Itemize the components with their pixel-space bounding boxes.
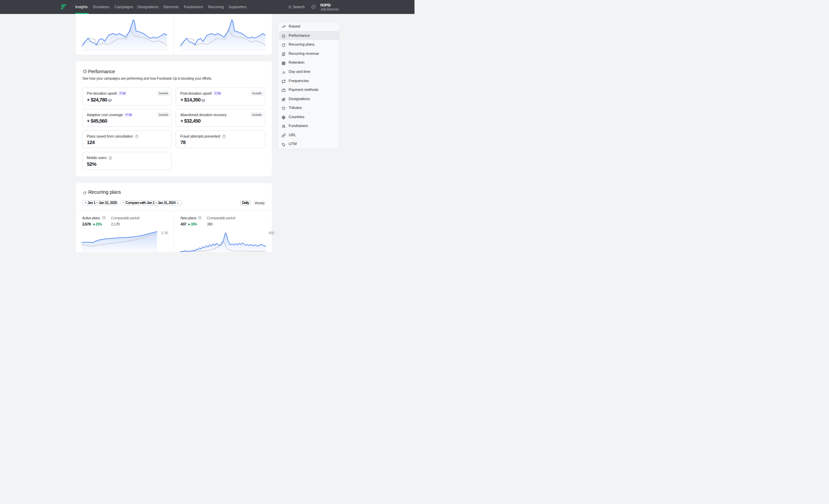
svg-text:$: $ xyxy=(283,53,284,55)
